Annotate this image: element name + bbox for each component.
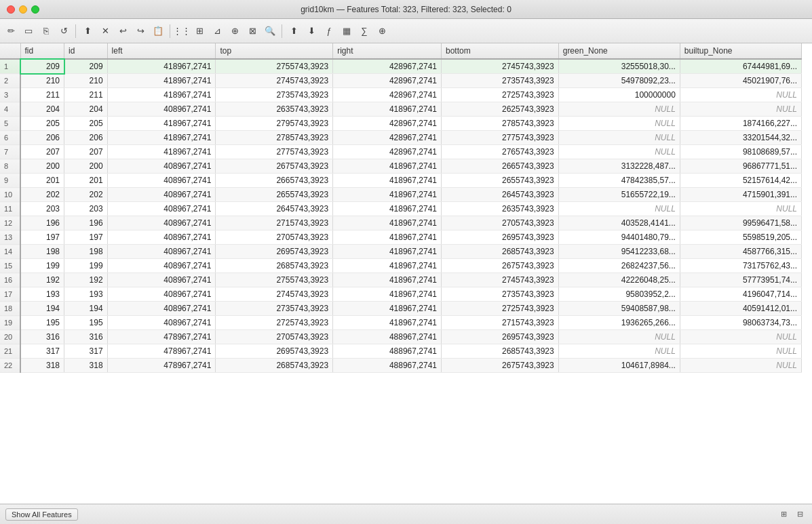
table-row[interactable]: 14198198408967,27412695743,3923418967,27… [0,245,802,259]
table-cell[interactable]: 2735743,3923 [442,74,559,88]
table-cell[interactable]: 2655743,3923 [216,188,333,202]
table-row[interactable]: 15199199408967,27412685743,3923418967,27… [0,259,802,273]
table-cell[interactable]: 408967,2741 [107,287,216,302]
table-row[interactable]: 4204204408967,27412635743,3923418967,274… [0,102,802,117]
table-cell[interactable]: 418967,2741 [107,131,216,145]
table-cell[interactable]: NULL [680,330,801,344]
table-cell[interactable]: 408967,2741 [107,174,216,188]
select-icon[interactable]: ▭ [20,23,37,39]
table-row[interactable]: 2210210418967,27412745743,3923428967,274… [0,74,802,88]
table-view-icon[interactable]: ⊞ [191,23,208,39]
table-cell[interactable]: 104617,8984... [558,359,680,373]
table-cell[interactable]: 192 [64,273,108,287]
table-cell[interactable]: 94401480,79... [558,230,680,245]
table-cell[interactable]: 203 [64,202,108,216]
table-row[interactable]: 21317317478967,27412695743,3923488967,27… [0,344,802,359]
table-cell[interactable]: 488967,2741 [333,359,442,373]
table-cell[interactable]: 2645743,3923 [442,188,559,202]
table-cell[interactable]: 428967,2741 [333,131,442,145]
table-cell[interactable]: 207 [20,145,64,159]
table-cell[interactable]: 199 [64,259,108,273]
table-cell[interactable]: 1874166,227... [680,117,801,131]
table-cell[interactable]: 2685743,3923 [442,344,559,359]
table-row[interactable]: 17193193408967,27412745743,3923418967,27… [0,287,802,302]
zoom-extent-icon[interactable]: ⊕ [227,23,243,39]
table-cell[interactable]: 418967,2741 [333,287,442,302]
col-header-green-none[interactable]: green_None [558,43,680,59]
table-cell[interactable]: NULL [680,344,801,359]
table-cell[interactable]: 418967,2741 [333,230,442,245]
table-cell[interactable]: 428967,2741 [333,88,442,102]
table-cell[interactable]: 2775743,3923 [442,131,559,145]
table-cell[interactable]: 2675743,3923 [442,259,559,273]
table-cell[interactable]: 408967,2741 [107,245,216,259]
formula-icon[interactable]: ƒ [321,23,337,39]
table-cell[interactable]: 98063734,73... [680,316,801,330]
table-cell[interactable]: NULL [680,88,801,102]
table-cell[interactable]: 57773951,74... [680,273,801,287]
table-cell[interactable]: 2715743,3923 [442,316,559,330]
table-cell[interactable]: 2655743,3923 [442,174,559,188]
table-cell[interactable]: 201 [64,174,108,188]
col-header-id[interactable]: id [64,43,108,59]
table-cell[interactable]: 488967,2741 [333,344,442,359]
table-cell[interactable]: 418967,2741 [333,245,442,259]
table-cell[interactable]: 204 [64,102,108,117]
table-cell[interactable]: 42226048,25... [558,273,680,287]
table-row[interactable]: 12196196408967,27412715743,3923418967,27… [0,216,802,230]
table-cell[interactable]: 2745743,3923 [216,287,333,302]
table-cell[interactable]: 47842385,57... [558,174,680,188]
table-cell[interactable]: 428967,2741 [333,74,442,88]
table-cell[interactable]: 205 [64,117,108,131]
table-cell[interactable]: 317 [64,344,108,359]
table-cell[interactable]: 2755743,3923 [216,59,333,74]
table-cell[interactable]: 194 [20,302,64,316]
table-cell[interactable]: 209 [20,59,64,74]
table-cell[interactable]: 478967,2741 [107,359,216,373]
zoomin-icon[interactable]: ⊕ [374,23,390,39]
table-cell[interactable]: 428967,2741 [333,145,442,159]
table-row[interactable]: 22318318478967,27412685743,3923488967,27… [0,359,802,373]
table-cell[interactable]: 2695743,3923 [216,344,333,359]
table-cell[interactable]: 210 [64,74,108,88]
delete-icon[interactable]: ✕ [97,23,113,39]
table-cell[interactable]: 408967,2741 [107,159,216,174]
table-cell[interactable]: 195 [64,316,108,330]
table-cell[interactable]: 2715743,3923 [216,216,333,230]
table-cell[interactable]: 408967,2741 [107,230,216,245]
move-up-icon[interactable]: ⬆ [79,23,96,39]
table-cell[interactable]: 45021907,76... [680,74,801,88]
table-cell[interactable]: 95412233,68... [558,245,680,259]
table-cell[interactable]: NULL [558,330,680,344]
table-cell[interactable]: 2755743,3923 [216,273,333,287]
table-cell[interactable]: 2665743,3923 [442,159,559,174]
table-cell[interactable]: 32555018,30... [558,59,680,74]
table-cell[interactable]: 40591412,01... [680,302,801,316]
table-cell[interactable]: 408967,2741 [107,102,216,117]
table-row[interactable]: 6206206418967,27412785743,3923428967,274… [0,131,802,145]
table-cell[interactable]: 2745743,3923 [216,74,333,88]
import-icon[interactable]: ⬆ [286,23,302,39]
table-row[interactable]: 20316316478967,27412705743,3923488967,27… [0,330,802,344]
table-cell[interactable]: NULL [558,344,680,359]
columns-icon[interactable]: ⋮⋮ [174,23,190,39]
table-cell[interactable]: 205 [20,117,64,131]
table-cell[interactable]: 2735743,3923 [442,287,559,302]
table-cell[interactable]: 403528,4141... [558,216,680,230]
col-header-top[interactable]: top [216,43,333,59]
col-header-left[interactable]: left [107,43,216,59]
filter-icon[interactable]: ⊿ [209,23,225,39]
table-cell[interactable]: 54978092,23... [558,74,680,88]
table-cell[interactable]: 2705743,3923 [216,330,333,344]
maximize-button[interactable] [31,5,39,14]
table-cell[interactable]: 418967,2741 [333,259,442,273]
table-cell[interactable]: 408967,2741 [107,259,216,273]
table-cell[interactable]: NULL [680,359,801,373]
table-cell[interactable]: 1936265,266... [558,316,680,330]
table-cell[interactable]: 3132228,487... [558,159,680,174]
table-cell[interactable]: NULL [558,145,680,159]
table-cell[interactable]: 2665743,3923 [216,174,333,188]
table-cell[interactable]: 4196047,714... [680,287,801,302]
table-cell[interactable]: 209 [64,59,108,74]
table-cell[interactable]: 418967,2741 [107,145,216,159]
